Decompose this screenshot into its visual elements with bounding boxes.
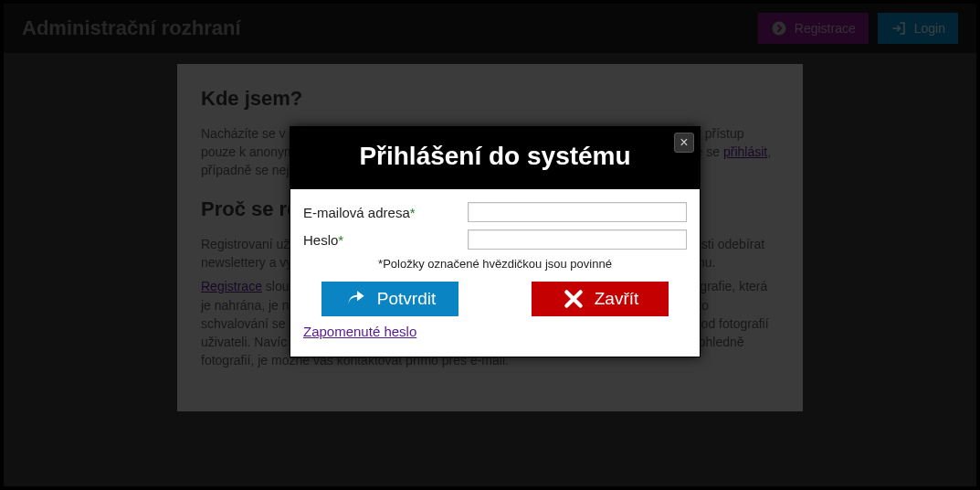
password-field[interactable] [468,229,687,250]
password-label: Heslo* [303,232,468,248]
password-row: Heslo* [303,229,687,250]
email-label: E-mailová adresa* [303,205,468,220]
email-row: E-mailová adresa* [303,202,687,222]
dialog-header: × Přihlášení do systému [290,127,700,189]
close-icon[interactable]: × [674,133,694,153]
dialog-title: Přihlášení do systému [300,142,690,171]
dialog-body: E-mailová adresa* Heslo* *Položky označe… [290,189,700,357]
required-asterisk: * [410,205,416,220]
dialog-button-row: Potvrdit Zavřít [303,282,687,316]
page-root: Administrační rozhraní Registrace Login … [0,0,980,490]
required-note: *Položky označené hvězdičkou jsou povinn… [303,257,687,271]
confirm-button[interactable]: Potvrdit [321,282,458,316]
close-button[interactable]: Zavřít [532,282,669,316]
required-asterisk: * [338,232,343,248]
close-label: Zavřít [595,289,639,309]
forward-arrow-icon [344,287,368,311]
email-field[interactable] [468,202,687,222]
login-dialog: × Přihlášení do systému E-mailová adresa… [290,126,701,357]
email-label-text: E-mailová adresa [303,205,410,220]
password-label-text: Heslo [303,232,338,248]
confirm-label: Potvrdit [377,289,436,309]
x-icon [562,287,585,311]
forgot-password-link[interactable]: Zapomenuté heslo [303,324,416,339]
